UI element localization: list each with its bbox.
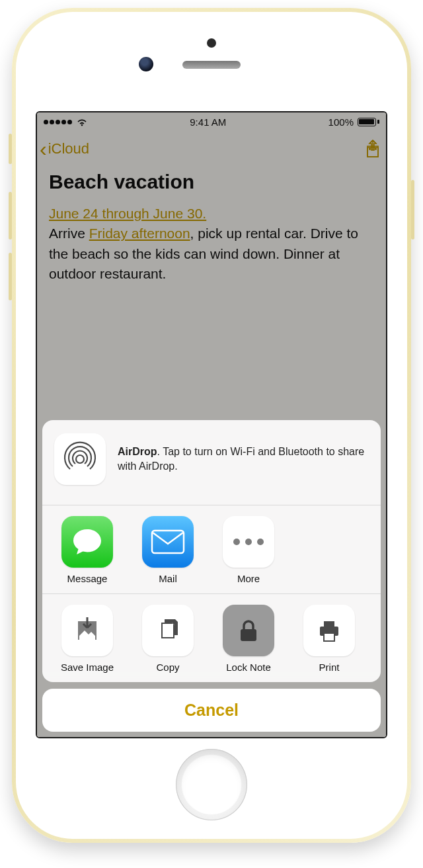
svg-rect-4 bbox=[163, 624, 173, 637]
mail-icon bbox=[142, 516, 194, 568]
power-button bbox=[411, 180, 414, 239]
print-icon bbox=[303, 605, 355, 656]
cancel-button[interactable]: Cancel bbox=[42, 689, 381, 732]
svg-point-1 bbox=[76, 455, 84, 463]
share-sheet: AirDrop. Tap to turn on Wi-Fi and Blueto… bbox=[42, 420, 381, 732]
airdrop-row[interactable]: AirDrop. Tap to turn on Wi-Fi and Blueto… bbox=[42, 420, 381, 505]
svg-rect-2 bbox=[152, 531, 184, 553]
mute-switch bbox=[9, 134, 12, 164]
front-camera bbox=[139, 57, 153, 71]
action-print[interactable]: Print bbox=[289, 605, 369, 673]
action-copy[interactable]: Copy bbox=[128, 605, 208, 673]
action-lock-note[interactable]: Lock Note bbox=[209, 605, 288, 673]
share-actions-row: Save Image Copy Lock Note bbox=[42, 594, 381, 682]
more-icon bbox=[223, 516, 274, 568]
lock-icon bbox=[223, 605, 274, 656]
home-button[interactable] bbox=[176, 749, 247, 820]
share-app-mail[interactable]: Mail bbox=[128, 516, 208, 584]
share-app-more[interactable]: More bbox=[209, 516, 288, 584]
iphone-frame: 9:41 AM 100% ‹ iCloud bbox=[12, 8, 411, 843]
copy-icon bbox=[142, 605, 194, 656]
share-apps-row: Message Mail More bbox=[42, 505, 381, 593]
earpiece-speaker bbox=[182, 61, 241, 69]
proximity-sensor bbox=[207, 38, 216, 48]
volume-up-button bbox=[9, 192, 12, 239]
action-save-image[interactable]: Save Image bbox=[48, 605, 127, 673]
airdrop-label: AirDrop bbox=[118, 446, 157, 457]
share-app-message[interactable]: Message bbox=[48, 516, 127, 584]
volume-down-button bbox=[9, 253, 12, 300]
svg-rect-5 bbox=[241, 629, 256, 641]
save-image-icon bbox=[61, 605, 113, 656]
screen: 9:41 AM 100% ‹ iCloud bbox=[36, 111, 387, 738]
message-icon bbox=[61, 516, 113, 568]
svg-rect-8 bbox=[324, 633, 334, 641]
svg-rect-7 bbox=[324, 621, 334, 628]
airdrop-icon bbox=[54, 433, 106, 485]
